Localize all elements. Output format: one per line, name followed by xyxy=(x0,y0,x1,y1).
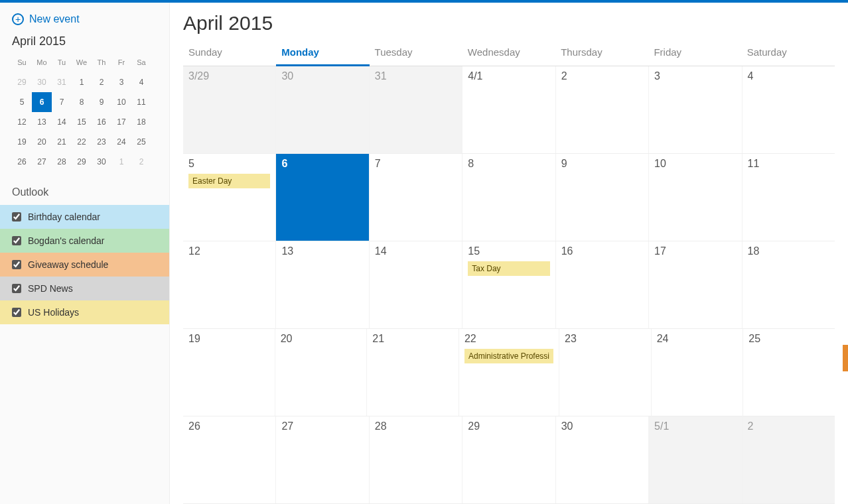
day-cell[interactable]: 26 xyxy=(183,416,276,503)
day-cell[interactable]: 22Administrative Professi xyxy=(459,329,559,416)
day-cell[interactable]: 12 xyxy=(183,241,276,328)
calendar-item[interactable]: Birthday calendar xyxy=(0,205,169,229)
mini-day[interactable]: 18 xyxy=(131,112,151,132)
day-cell[interactable]: 11 xyxy=(742,154,835,241)
mini-day[interactable]: 19 xyxy=(12,132,32,152)
calendar-checkbox[interactable] xyxy=(12,212,21,221)
calendar-item[interactable]: SPD News xyxy=(0,277,169,300)
day-cell[interactable]: 2 xyxy=(556,66,649,153)
mini-day[interactable]: 17 xyxy=(111,112,131,132)
day-number: 12 xyxy=(188,245,270,257)
mini-day[interactable]: 15 xyxy=(72,112,92,132)
mini-day[interactable]: 21 xyxy=(52,132,72,152)
calendar-checkbox[interactable] xyxy=(12,284,21,293)
calendar-label: Bogdan's calendar xyxy=(28,235,105,246)
mini-day[interactable]: 7 xyxy=(52,92,72,112)
day-cell[interactable]: 30 xyxy=(276,66,369,153)
dow-header[interactable]: Saturday xyxy=(742,41,835,66)
mini-day[interactable]: 11 xyxy=(131,92,151,112)
mini-day[interactable]: 28 xyxy=(52,152,72,172)
side-tab-handle[interactable] xyxy=(843,345,848,371)
day-cell[interactable]: 19 xyxy=(183,329,275,416)
event-chip[interactable]: Administrative Professi xyxy=(464,349,553,363)
day-number: 18 xyxy=(748,245,829,257)
dow-header[interactable]: Wednesday xyxy=(462,41,555,66)
calendar-item[interactable]: Giveaway schedule xyxy=(0,253,169,277)
mini-day[interactable]: 29 xyxy=(72,152,92,172)
mini-day[interactable]: 6 xyxy=(32,92,52,112)
mini-day[interactable]: 16 xyxy=(92,112,111,132)
dow-header[interactable]: Thursday xyxy=(555,41,648,66)
day-cell[interactable]: 18 xyxy=(742,241,835,328)
day-cell[interactable]: 13 xyxy=(276,241,369,328)
day-cell[interactable]: 16 xyxy=(556,241,649,328)
mini-day[interactable]: 24 xyxy=(111,132,131,152)
day-cell[interactable]: 3/29 xyxy=(183,66,276,153)
day-cell[interactable]: 23 xyxy=(559,329,652,416)
mini-day[interactable]: 14 xyxy=(52,112,72,132)
day-cell[interactable]: 20 xyxy=(275,329,368,416)
day-cell[interactable]: 3 xyxy=(649,66,742,153)
dow-header[interactable]: Sunday xyxy=(183,41,276,66)
day-cell[interactable]: 25 xyxy=(743,329,835,416)
calendar-checkbox[interactable] xyxy=(12,236,21,245)
day-cell[interactable]: 4/1 xyxy=(462,66,555,153)
week-row: 5Easter Day67891011 xyxy=(183,154,835,241)
day-cell[interactable]: 24 xyxy=(652,329,744,416)
event-chip[interactable]: Tax Day xyxy=(468,261,549,276)
day-number: 25 xyxy=(748,333,829,345)
day-cell[interactable]: 10 xyxy=(649,154,742,241)
mini-day[interactable]: 29 xyxy=(12,72,32,92)
day-number: 21 xyxy=(372,333,453,345)
mini-day[interactable]: 20 xyxy=(32,132,52,152)
day-cell[interactable]: 21 xyxy=(367,329,459,416)
mini-day[interactable]: 2 xyxy=(131,152,151,172)
day-cell[interactable]: 8 xyxy=(462,154,555,241)
calendar-item[interactable]: US Holidays xyxy=(0,300,169,324)
day-cell[interactable]: 15Tax Day xyxy=(462,241,555,328)
mini-day[interactable]: 10 xyxy=(111,92,131,112)
day-cell[interactable]: 5Easter Day xyxy=(183,154,276,241)
day-cell[interactable]: 4 xyxy=(742,66,835,153)
mini-day[interactable]: 4 xyxy=(131,72,151,92)
day-cell[interactable]: 5/1 xyxy=(649,416,742,503)
day-cell[interactable]: 14 xyxy=(370,241,462,328)
day-cell[interactable]: 9 xyxy=(556,154,649,241)
day-cell[interactable]: 17 xyxy=(649,241,742,328)
mini-day[interactable]: 26 xyxy=(12,152,32,172)
calendar-checkbox[interactable] xyxy=(12,308,21,317)
mini-day[interactable]: 27 xyxy=(32,152,52,172)
mini-day[interactable]: 30 xyxy=(92,152,111,172)
calendar-item[interactable]: Bogdan's calendar xyxy=(0,229,169,253)
mini-day[interactable]: 12 xyxy=(12,112,32,132)
day-cell[interactable]: 7 xyxy=(370,154,462,241)
mini-day[interactable]: 1 xyxy=(72,72,92,92)
day-cell[interactable]: 28 xyxy=(370,416,462,503)
dow-header[interactable]: Tuesday xyxy=(370,41,462,66)
day-cell[interactable]: 2 xyxy=(742,416,835,503)
mini-day[interactable]: 3 xyxy=(111,72,131,92)
mini-day[interactable]: 30 xyxy=(32,72,52,92)
dow-header[interactable]: Monday xyxy=(276,41,369,66)
day-cell[interactable]: 30 xyxy=(556,416,649,503)
mini-day[interactable]: 2 xyxy=(92,72,111,92)
mini-day[interactable]: 5 xyxy=(12,92,32,112)
week-row: 26272829305/12 xyxy=(183,416,835,504)
day-number: 20 xyxy=(281,333,362,345)
mini-day[interactable]: 25 xyxy=(131,132,151,152)
mini-day[interactable]: 8 xyxy=(72,92,92,112)
mini-day[interactable]: 31 xyxy=(52,72,72,92)
day-cell[interactable]: 31 xyxy=(370,66,462,153)
mini-day[interactable]: 1 xyxy=(111,152,131,172)
mini-day[interactable]: 13 xyxy=(32,112,52,132)
day-cell[interactable]: 27 xyxy=(276,416,369,503)
event-chip[interactable]: Easter Day xyxy=(188,174,270,188)
dow-header[interactable]: Friday xyxy=(648,41,741,66)
mini-day[interactable]: 23 xyxy=(92,132,111,152)
day-cell[interactable]: 29 xyxy=(462,416,555,503)
mini-day[interactable]: 22 xyxy=(72,132,92,152)
calendar-checkbox[interactable] xyxy=(12,260,21,269)
new-event-button[interactable]: + New event xyxy=(0,11,169,34)
day-cell[interactable]: 6 xyxy=(276,154,369,241)
mini-day[interactable]: 9 xyxy=(92,92,111,112)
